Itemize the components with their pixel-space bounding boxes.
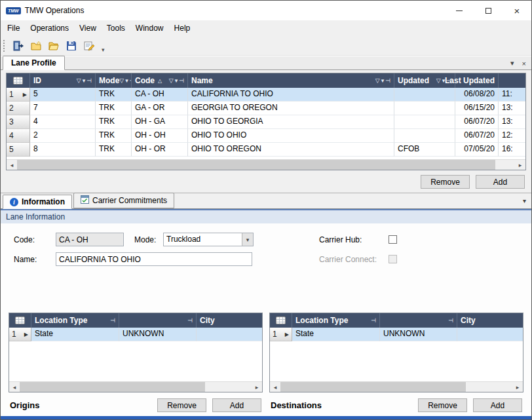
- sort-ascending-icon: △: [158, 78, 162, 84]
- menu-file[interactable]: File: [2, 21, 25, 35]
- scroll-right-icon[interactable]: ▸: [515, 160, 525, 170]
- tab-carrier-commitments[interactable]: Carrier Commitments: [73, 193, 174, 208]
- select-all-cell[interactable]: [7, 73, 30, 88]
- destinations-add-button[interactable]: Add: [473, 398, 522, 412]
- window-bottom-border: [1, 416, 531, 419]
- table-row[interactable]: 1▶ State UNKNOWN: [270, 328, 523, 341]
- origins-grid: Location Type ⊣ ⊣ City 1▶ State UNK: [9, 313, 263, 392]
- scroll-left-icon[interactable]: ◂: [7, 160, 17, 170]
- menu-operations[interactable]: Operations: [25, 21, 74, 35]
- remove-button[interactable]: Remove: [421, 175, 470, 189]
- table-row[interactable]: 4 2 TRK OH - OH OHIO TO OHIO 06/07/20 12…: [7, 129, 525, 143]
- name-input[interactable]: [56, 252, 252, 266]
- table-row[interactable]: 3 4 TRK OH - GA OHIO TO GEORGIA 06/07/20…: [7, 115, 525, 129]
- origins-add-button[interactable]: Add: [212, 398, 261, 412]
- origins-remove-button[interactable]: Remove: [157, 398, 206, 412]
- row-header[interactable]: 5: [7, 143, 30, 157]
- destinations-grid-header: Location Type ⊣ ⊣ City: [270, 313, 523, 328]
- select-all-icon: [276, 316, 286, 324]
- column-header-location-type[interactable]: Location Type ⊣: [292, 313, 380, 328]
- tab-lane-profile[interactable]: Lane Profile: [3, 56, 65, 70]
- carrier-hub-checkbox[interactable]: [389, 235, 397, 244]
- horizontal-scrollbar[interactable]: ◂ ▸: [7, 159, 525, 170]
- close-button[interactable]: ×: [503, 1, 531, 20]
- scrollbar-track[interactable]: [20, 382, 252, 392]
- horizontal-scrollbar[interactable]: ◂ ▸: [9, 381, 262, 392]
- row-header[interactable]: 1▶: [270, 328, 292, 341]
- destinations-grid: Location Type ⊣ ⊣ City 1▶ State UNK: [269, 313, 523, 392]
- row-header[interactable]: 3: [7, 115, 30, 129]
- column-header-city[interactable]: City: [197, 313, 262, 328]
- mode-select[interactable]: Truckload ▾: [163, 233, 254, 246]
- column-header-mode[interactable]: Mode ▽▾⊣: [96, 73, 132, 88]
- filter-funnel-icon: ▽: [436, 77, 441, 84]
- column-header-id[interactable]: ID ▽▾⊣: [30, 73, 96, 88]
- edit-icon[interactable]: [81, 38, 97, 54]
- menu-view[interactable]: View: [74, 21, 102, 35]
- scrollbar-track[interactable]: [17, 160, 515, 170]
- select-all-cell[interactable]: [9, 313, 31, 328]
- new-folder-icon[interactable]: [28, 38, 44, 54]
- pin-icon: ⊣: [448, 317, 453, 324]
- lane-grid-buttons: Remove Add: [1, 170, 531, 193]
- column-header-city[interactable]: City: [457, 313, 523, 328]
- destinations-remove-button[interactable]: Remove: [418, 398, 467, 412]
- window-title: TMW Operations: [25, 6, 85, 15]
- maximize-button[interactable]: [474, 1, 503, 20]
- toolbar-grip[interactable]: [3, 40, 6, 52]
- table-row[interactable]: 2 7 TRK GA - OR GEORGIA TO OREGON 06/15/…: [7, 102, 525, 115]
- pane-close-icon[interactable]: ×: [522, 60, 526, 67]
- exit-icon[interactable]: [10, 38, 26, 54]
- pin-icon: ⊣: [86, 77, 92, 84]
- column-header-blank[interactable]: ⊣: [119, 313, 197, 328]
- scroll-left-icon[interactable]: ◂: [9, 382, 20, 392]
- menu-help[interactable]: Help: [169, 21, 196, 35]
- menu-tools[interactable]: Tools: [102, 21, 130, 35]
- table-row[interactable]: 1▶ State UNKNOWN: [9, 328, 262, 341]
- lane-information-form: Code: Mode: Truckload ▾ Carrier Hub: Nam…: [1, 223, 531, 313]
- tmw-operations-window: TMW TMW Operations × File Operations Vie…: [0, 0, 532, 420]
- row-header[interactable]: 2: [7, 102, 30, 115]
- toolbar-overflow-icon[interactable]: ▾: [99, 47, 107, 53]
- filter-funnel-icon: ▽: [169, 77, 174, 84]
- select-all-cell[interactable]: [270, 313, 292, 328]
- table-row[interactable]: 1▶ 5 TRK CA - OH CALIFORNIA TO OHIO 06/0…: [7, 88, 525, 102]
- column-header-code[interactable]: Code △ ▽▾⊣: [132, 73, 188, 88]
- filter-dropdown-icon: ▾: [175, 77, 178, 84]
- scroll-right-icon[interactable]: ▸: [512, 382, 523, 392]
- horizontal-scrollbar[interactable]: ◂ ▸: [270, 381, 523, 392]
- row-header[interactable]: 1▶: [7, 88, 30, 102]
- scrollbar-thumb[interactable]: [17, 160, 495, 170]
- column-header-last-updated[interactable]: Last Updated: [455, 73, 499, 88]
- column-header-blank[interactable]: ⊣: [380, 313, 457, 328]
- close-icon: ×: [514, 6, 520, 16]
- scrollbar-thumb[interactable]: [280, 382, 466, 392]
- pane-menu-icon[interactable]: ▾: [510, 59, 514, 67]
- menu-window[interactable]: Window: [130, 21, 169, 35]
- tab-information[interactable]: i Information: [3, 195, 72, 209]
- tab-lane-profile-label: Lane Profile: [11, 58, 56, 67]
- scrollbar-track[interactable]: [280, 382, 512, 392]
- column-header-location-type[interactable]: Location Type ⊣: [31, 313, 119, 328]
- detail-pane-menu-icon[interactable]: ▾: [523, 197, 526, 204]
- filter-dropdown-icon: ▾: [83, 77, 86, 84]
- scroll-left-icon[interactable]: ◂: [270, 382, 280, 392]
- row-header[interactable]: 4: [7, 129, 30, 143]
- combo-dropdown-icon[interactable]: ▾: [242, 233, 253, 246]
- destinations-footer: Destinations Remove Add: [269, 392, 523, 416]
- save-icon[interactable]: [64, 38, 79, 54]
- carrier-connect-label: Carrier Connect:: [319, 255, 389, 264]
- open-folder-icon[interactable]: [46, 38, 62, 54]
- information-icon: i: [10, 198, 18, 206]
- code-input[interactable]: [56, 233, 124, 246]
- detail-pane: i Information Carrier Commitments ▾ Lane…: [1, 193, 531, 419]
- table-row[interactable]: 5 8 TRK OH - OR OHIO TO OREGON CFOB 07/0…: [7, 143, 525, 157]
- scrollbar-thumb[interactable]: [20, 382, 205, 392]
- row-header[interactable]: 1▶: [9, 328, 31, 341]
- add-button[interactable]: Add: [476, 175, 525, 189]
- mode-label: Mode:: [134, 235, 163, 244]
- carrier-connect-checkbox: [389, 255, 397, 263]
- minimize-button[interactable]: [445, 1, 474, 20]
- column-header-name[interactable]: Name ▽▾⊣: [188, 73, 394, 88]
- scroll-right-icon[interactable]: ▸: [252, 382, 262, 392]
